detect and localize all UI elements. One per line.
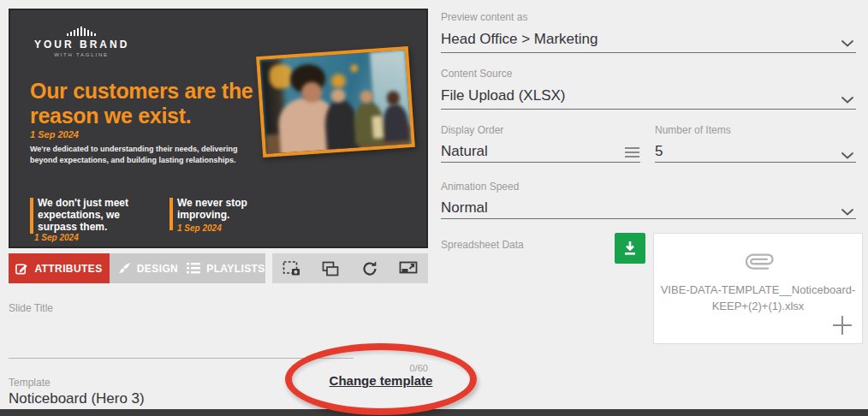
- item-accent-bar: [169, 198, 173, 230]
- photo-person: [386, 91, 400, 106]
- duplicate-icon: [322, 261, 339, 276]
- preview-content-as-select[interactable]: Head Office > Marketing: [441, 31, 835, 48]
- snapshot-icon: [282, 260, 301, 277]
- refresh-button[interactable]: [355, 256, 384, 282]
- chevron-down-icon[interactable]: [841, 147, 853, 163]
- display-order-label: Display Order: [441, 124, 503, 136]
- item-accent-bar: [30, 198, 33, 234]
- present-button[interactable]: [394, 256, 423, 282]
- brand-tagline: WITH TAGLINE: [34, 52, 128, 57]
- snapshot-button[interactable]: [277, 256, 306, 282]
- slide-body-text: We're dedicated to understanding their n…: [30, 144, 242, 166]
- field-underline: [441, 162, 640, 163]
- slide-headline: Our customers are the reason we exist.: [30, 79, 254, 128]
- paperclip-icon: [737, 242, 778, 283]
- preview-content-as-label: Preview content as: [441, 11, 527, 23]
- char-counter: 0/60: [342, 363, 428, 373]
- slide-item-title: We never stop improving.: [177, 197, 273, 221]
- template-label: Template: [9, 377, 51, 389]
- bottom-bar: [0, 409, 868, 416]
- field-underline: [441, 109, 856, 110]
- slide-title-input[interactable]: [9, 337, 354, 359]
- tab-attributes[interactable]: ATTRIBUTES: [9, 253, 110, 283]
- preview-toolbar: [272, 253, 428, 283]
- brand-logo: YOUR BRAND WITH TAGLINE: [34, 26, 128, 57]
- slide-item-title: We don't just meet expectations, we surp…: [38, 197, 142, 233]
- template-value: Noticeboard (Hero 3): [9, 390, 145, 407]
- spreadsheet-file-name: VIBE-DATA-TEMPLATE__Noticeboard-KEEP+(2)…: [659, 282, 858, 314]
- number-of-items-select[interactable]: 5: [655, 143, 835, 160]
- slide-item-date: 1 Sep 2024: [177, 223, 222, 233]
- slide-date: 1 Sep 2024: [30, 129, 79, 140]
- slide-item-date: 1 Sep 2024: [34, 233, 79, 242]
- slide-photo: [256, 46, 415, 157]
- tab-label: ATTRIBUTES: [34, 263, 102, 275]
- brush-icon: [118, 262, 131, 275]
- add-file-icon[interactable]: [831, 314, 853, 340]
- download-icon: [621, 240, 639, 257]
- photo-glass: [372, 116, 383, 139]
- photo-wall-decor: [332, 74, 345, 87]
- chevron-down-icon[interactable]: [841, 35, 853, 51]
- tab-label: PLAYLISTS: [206, 263, 265, 275]
- chevron-down-icon[interactable]: [841, 204, 853, 219]
- tab-label: DESIGN: [137, 263, 178, 275]
- slide-title-label: Slide Title: [9, 302, 53, 314]
- spreadsheet-file-card[interactable]: VIBE-DATA-TEMPLATE__Noticeboard-KEEP+(2)…: [653, 233, 863, 344]
- playlists-icon: [187, 263, 200, 274]
- chevron-down-icon[interactable]: [841, 92, 853, 107]
- field-underline: [441, 52, 856, 53]
- tab-design[interactable]: DESIGN: [110, 253, 187, 283]
- duplicate-button[interactable]: [316, 256, 345, 282]
- spreadsheet-data-label: Spreadsheet Data: [441, 239, 524, 251]
- change-template-link[interactable]: Change template: [304, 373, 458, 388]
- content-source-select[interactable]: File Upload (XLSX): [441, 87, 835, 104]
- refresh-icon: [361, 260, 378, 277]
- tab-playlists[interactable]: PLAYLISTS: [187, 253, 265, 283]
- photo-wall-decor: [350, 64, 359, 73]
- slide-preview: YOUR BRAND WITH TAGLINE Our customers ar…: [9, 9, 428, 248]
- animation-speed-select[interactable]: Normal: [441, 199, 835, 217]
- download-template-button[interactable]: [615, 233, 645, 264]
- present-icon: [399, 261, 418, 276]
- drag-handle-icon[interactable]: [625, 146, 639, 161]
- animation-speed-label: Animation Speed: [441, 181, 519, 193]
- display-order-select[interactable]: Natural: [441, 143, 621, 160]
- field-underline: [655, 162, 856, 163]
- brand-skyline-icon: [34, 26, 128, 36]
- edit-icon: [15, 262, 28, 275]
- number-of-items-label: Number of Items: [655, 124, 731, 136]
- content-source-label: Content Source: [441, 68, 512, 80]
- slide-editor-page: YOUR BRAND WITH TAGLINE Our customers ar…: [0, 0, 868, 416]
- brand-name: YOUR BRAND: [34, 39, 128, 51]
- field-underline: [441, 218, 856, 219]
